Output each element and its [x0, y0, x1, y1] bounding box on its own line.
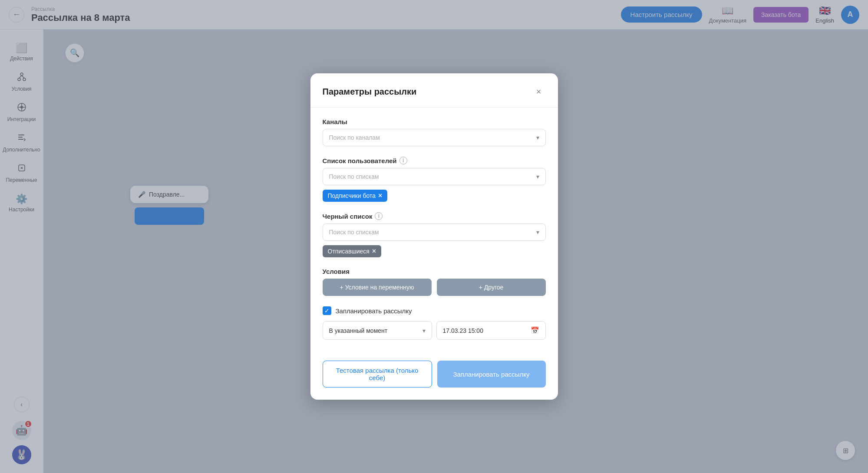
schedule-send-button[interactable]: Запланировать рассылку	[437, 361, 546, 388]
schedule-row: ✓ Запланировать рассылку	[323, 306, 546, 315]
modal-overlay: Параметры рассылки × Каналы Поиск по кан…	[0, 0, 868, 473]
user-list-placeholder: Поиск по спискам	[329, 173, 379, 180]
modal-header: Параметры рассылки ×	[310, 73, 558, 108]
add-variable-condition-button[interactable]: + Условие на переменную	[323, 279, 432, 296]
schedule-checkbox[interactable]: ✓	[323, 306, 331, 315]
user-list-info-icon[interactable]: i	[399, 157, 407, 164]
schedule-section: ✓ Запланировать рассылку В указанный мом…	[323, 306, 546, 340]
modal-close-button[interactable]: ×	[532, 85, 546, 99]
channels-select[interactable]: Поиск по каналам ▾	[323, 129, 546, 146]
add-other-condition-button[interactable]: + Другое	[437, 279, 546, 296]
conditions-label: Условия	[323, 268, 546, 275]
conditions-section: Условия + Условие на переменную + Другое	[323, 268, 546, 296]
calendar-icon: 📅	[531, 326, 539, 335]
modal-dialog: Параметры рассылки × Каналы Поиск по кан…	[310, 73, 558, 400]
schedule-datetime-input[interactable]: 17.03.23 15:00 📅	[436, 321, 546, 340]
test-send-button[interactable]: Тестовая рассылка (только себе)	[323, 361, 432, 388]
modal-footer: Тестовая рассылка (только себе) Запланир…	[310, 350, 558, 388]
blacklist-select[interactable]: Поиск по спискам ▾	[323, 223, 546, 241]
user-list-section: Список пользователей i Поиск по спискам …	[323, 157, 546, 202]
datetime-value: 17.03.23 15:00	[443, 327, 483, 334]
tag-label: Отписавшиеся	[328, 248, 370, 255]
channels-section: Каналы Поиск по каналам ▾	[323, 118, 546, 146]
blacklist-placeholder: Поиск по спискам	[329, 229, 379, 236]
user-list-label: Список пользователей i	[323, 157, 546, 164]
chevron-down-icon: ▾	[422, 327, 426, 334]
tag-remove-button[interactable]: ×	[372, 248, 376, 255]
schedule-type-select[interactable]: В указанный момент ▾	[323, 321, 432, 340]
blacklist-tag: Отписавшиеся ×	[323, 245, 382, 257]
blacklist-section: Черный список i Поиск по спискам ▾ Отпис…	[323, 212, 546, 257]
modal-body: Каналы Поиск по каналам ▾ Список пользов…	[310, 108, 558, 340]
schedule-type-value: В указанный момент	[329, 327, 388, 334]
schedule-inputs: В указанный момент ▾ 17.03.23 15:00 📅	[323, 321, 546, 340]
chevron-down-icon: ▾	[536, 229, 539, 236]
chevron-down-icon: ▾	[536, 173, 539, 180]
tag-label: Подписчики бота	[328, 192, 376, 199]
channels-label: Каналы	[323, 118, 546, 125]
tag-remove-button[interactable]: ×	[378, 192, 382, 199]
user-list-tag: Подписчики бота ×	[323, 190, 388, 202]
blacklist-label: Черный список i	[323, 212, 546, 220]
blacklist-info-icon[interactable]: i	[375, 212, 383, 220]
conditions-buttons: + Условие на переменную + Другое	[323, 279, 546, 296]
user-list-select[interactable]: Поиск по спискам ▾	[323, 168, 546, 185]
channels-placeholder: Поиск по каналам	[329, 134, 380, 141]
schedule-label: Запланировать рассылку	[336, 307, 412, 315]
chevron-down-icon: ▾	[536, 134, 539, 141]
modal-title: Параметры рассылки	[323, 87, 417, 97]
